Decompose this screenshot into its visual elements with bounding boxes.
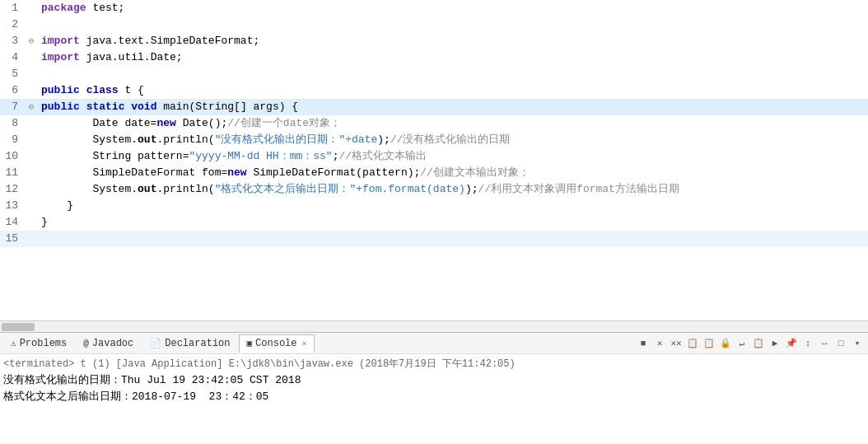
code-line-2: 2 xyxy=(0,16,868,33)
line-content-6: public class t { xyxy=(38,82,868,99)
remove-btn[interactable]: ✕ xyxy=(652,336,667,351)
code-line-9: 9 System.out.println("没有格式化输出的日期："+date)… xyxy=(0,132,868,148)
line-content-1: package test; xyxy=(38,0,868,16)
code-line-3: 3⊖import java.text.SimpleDateFormat; xyxy=(0,33,868,49)
line-arrow-13 xyxy=(25,198,38,214)
tab-declaration-label: Declaration xyxy=(165,338,230,349)
word-wrap-btn[interactable]: ↵ xyxy=(735,336,749,351)
line-content-8: Date date=new Date();//创建一个date对象； xyxy=(38,115,868,132)
line-number-7: 7 xyxy=(0,99,25,115)
line-content-3: import java.text.SimpleDateFormat; xyxy=(38,33,868,49)
console-toolbar: ■ ✕ ✕✕ 📋 📋 🔒 ↵ 📋 ▶ 📌 ↕ ↔ □ ▾ xyxy=(636,336,865,351)
line-content-2 xyxy=(38,16,868,33)
line-content-10: String pattern="yyyy-MM-dd HH：mm：ss";//格… xyxy=(38,148,868,165)
scrollbar-thumb[interactable] xyxy=(2,323,35,331)
line-number-3: 3 xyxy=(0,33,25,49)
line-number-9: 9 xyxy=(0,132,25,148)
line-number-12: 12 xyxy=(0,181,25,198)
line-number-11: 11 xyxy=(0,165,25,181)
code-table: 1package test;2 3⊖import java.text.Simpl… xyxy=(0,0,868,247)
line-number-6: 6 xyxy=(0,82,25,99)
line-arrow-1 xyxy=(25,0,38,16)
console-icon: ▣ xyxy=(246,338,252,348)
code-line-5: 5 xyxy=(0,66,868,82)
line-arrow-3[interactable]: ⊖ xyxy=(25,33,38,49)
line-number-10: 10 xyxy=(0,148,25,165)
declaration-icon: 📄 xyxy=(150,338,161,348)
code-line-6: 6public class t { xyxy=(0,82,868,99)
line-number-5: 5 xyxy=(0,66,25,82)
stop-btn[interactable]: ■ xyxy=(636,336,651,351)
code-line-12: 12 System.out.println("格式化文本之后输出日期："+fom… xyxy=(0,181,868,198)
line-arrow-11 xyxy=(25,165,38,181)
code-line-8: 8 Date date=new Date();//创建一个date对象； xyxy=(0,115,868,132)
tab-javadoc[interactable]: @ Javadoc xyxy=(76,334,141,353)
line-arrow-14 xyxy=(25,214,38,231)
code-line-13: 13 } xyxy=(0,198,868,214)
line-content-7: public static void main(String[] args) { xyxy=(38,99,868,115)
problems-icon: ⚠ xyxy=(11,338,16,348)
run-btn[interactable]: ▶ xyxy=(768,336,782,351)
line-content-5 xyxy=(38,66,868,82)
console-terminated-line: <terminated> t (1) [Java Application] E:… xyxy=(3,356,865,372)
tab-console[interactable]: ▣ Console ✕ xyxy=(239,334,314,353)
console-output-line1: 没有格式化输出的日期：Thu Jul 19 23:42:05 CST 2018 xyxy=(3,372,865,389)
line-number-1: 1 xyxy=(0,0,25,16)
code-line-7: 7⊖public static void main(String[] args)… xyxy=(0,99,868,115)
code-line-10: 10 String pattern="yyyy-MM-dd HH：mm：ss";… xyxy=(0,148,868,165)
line-content-15 xyxy=(38,231,868,247)
bottom-tab-bar: ⚠ Problems @ Javadoc 📄 Declaration ▣ Con… xyxy=(0,332,868,353)
restore-btn[interactable]: □ xyxy=(833,336,848,351)
code-line-1: 1package test; xyxy=(0,0,868,16)
line-number-8: 8 xyxy=(0,115,25,132)
console-tab-x: ✕ xyxy=(302,339,307,348)
code-line-4: 4import java.util.Date; xyxy=(0,49,868,66)
new-console-btn[interactable]: 📋 xyxy=(751,336,766,351)
tab-declaration[interactable]: 📄 Declaration xyxy=(142,334,237,353)
line-number-14: 14 xyxy=(0,214,25,231)
code-line-14: 14} xyxy=(0,214,868,231)
copy-btn[interactable]: 📋 xyxy=(685,336,700,351)
line-number-2: 2 xyxy=(0,16,25,33)
line-number-4: 4 xyxy=(0,49,25,66)
pin-btn[interactable]: 📌 xyxy=(784,336,799,351)
code-editor[interactable]: 1package test;2 3⊖import java.text.Simpl… xyxy=(0,0,868,320)
console-output-line2: 格式化文本之后输出日期：2018-07-19 23：42：05 xyxy=(3,389,865,405)
line-content-4: import java.util.Date; xyxy=(38,49,868,66)
javadoc-icon: @ xyxy=(83,339,89,348)
horizontal-scrollbar[interactable] xyxy=(0,320,868,332)
line-arrow-15 xyxy=(25,231,38,247)
line-number-13: 13 xyxy=(0,198,25,214)
tab-console-label: Console xyxy=(255,338,296,349)
line-arrow-9 xyxy=(25,132,38,148)
line-content-11: SimpleDateFormat fom=new SimpleDateForma… xyxy=(38,165,868,181)
line-arrow-5 xyxy=(25,66,38,82)
console-output: <terminated> t (1) [Java Application] E:… xyxy=(0,353,868,444)
tab-problems[interactable]: ⚠ Problems xyxy=(3,334,74,353)
view-menu-btn[interactable]: ▾ xyxy=(850,336,865,351)
paste-btn[interactable]: 📋 xyxy=(702,336,716,351)
line-arrow-8 xyxy=(25,115,38,132)
tab-problems-label: Problems xyxy=(20,338,68,349)
line-content-13: } xyxy=(38,198,868,214)
tab-javadoc-label: Javadoc xyxy=(92,338,133,349)
code-line-11: 11 SimpleDateFormat fom=new SimpleDateFo… xyxy=(0,165,868,181)
maximize-btn[interactable]: ↕ xyxy=(800,336,815,351)
line-content-9: System.out.println("没有格式化输出的日期："+date);/… xyxy=(38,132,868,148)
line-arrow-7[interactable]: ⊖ xyxy=(25,99,38,115)
line-content-14: } xyxy=(38,214,868,231)
scroll-lock-btn[interactable]: 🔒 xyxy=(718,336,733,351)
line-arrow-2 xyxy=(25,16,38,33)
line-number-15: 15 xyxy=(0,231,25,247)
minimize-btn[interactable]: ↔ xyxy=(817,336,832,351)
code-line-15: 15 xyxy=(0,231,868,247)
line-content-12: System.out.println("格式化文本之后输出日期："+fom.fo… xyxy=(38,181,868,198)
line-arrow-6 xyxy=(25,82,38,99)
remove-all-btn[interactable]: ✕✕ xyxy=(669,336,684,351)
line-arrow-12 xyxy=(25,181,38,198)
line-arrow-4 xyxy=(25,49,38,66)
line-arrow-10 xyxy=(25,148,38,165)
